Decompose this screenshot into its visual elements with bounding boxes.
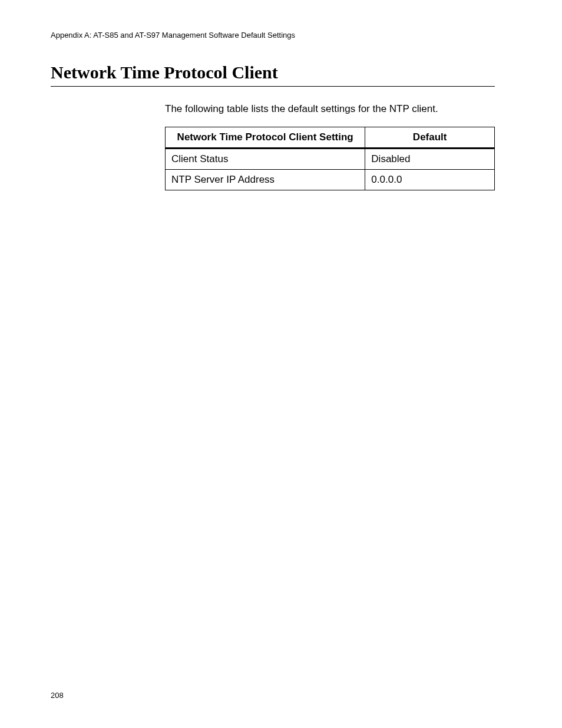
page-number: 208: [51, 691, 64, 700]
col-header-setting: Network Time Protocol Client Setting: [166, 127, 365, 149]
section-title: Network Time Protocol Client: [51, 62, 495, 87]
running-header: Appendix A: AT-S85 and AT-S97 Management…: [51, 31, 295, 39]
col-header-default: Default: [365, 127, 495, 149]
cell-setting: Client Status: [166, 149, 365, 170]
ntp-defaults-table: Network Time Protocol Client Setting Def…: [165, 127, 495, 190]
table-row: Client Status Disabled: [166, 149, 495, 170]
table-header-row: Network Time Protocol Client Setting Def…: [166, 127, 495, 149]
table-row: NTP Server IP Address 0.0.0.0: [166, 170, 495, 190]
cell-default: Disabled: [365, 149, 495, 170]
document-page: Appendix A: AT-S85 and AT-S97 Management…: [0, 0, 562, 728]
cell-default: 0.0.0.0: [365, 170, 495, 190]
intro-paragraph: The following table lists the default se…: [165, 103, 438, 115]
cell-setting: NTP Server IP Address: [166, 170, 365, 190]
